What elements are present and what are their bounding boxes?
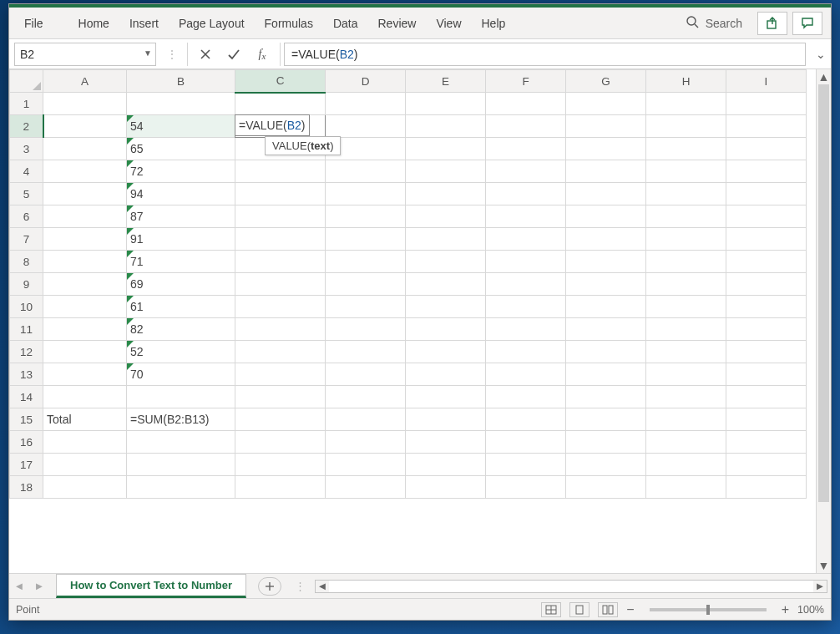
name-box-more[interactable]: ⋮ bbox=[161, 48, 184, 61]
cell[interactable] bbox=[646, 454, 726, 476]
cell[interactable] bbox=[566, 273, 646, 296]
cell[interactable] bbox=[43, 138, 127, 160]
cell[interactable] bbox=[726, 273, 807, 296]
cell[interactable] bbox=[406, 160, 486, 183]
cell[interactable] bbox=[235, 93, 326, 115]
cell[interactable] bbox=[566, 386, 646, 408]
cell[interactable] bbox=[646, 318, 726, 341]
cell[interactable] bbox=[326, 408, 406, 431]
cell[interactable] bbox=[43, 160, 127, 183]
row-header-1[interactable]: 1 bbox=[10, 93, 43, 115]
zoom-in-icon[interactable]: + bbox=[782, 602, 789, 617]
tab-prev-icon[interactable]: ◄ bbox=[9, 574, 29, 598]
cell[interactable] bbox=[406, 318, 486, 341]
cell[interactable] bbox=[566, 205, 646, 228]
col-header-E[interactable]: E bbox=[406, 70, 486, 93]
view-normal-icon[interactable] bbox=[541, 602, 561, 617]
cell[interactable] bbox=[566, 183, 646, 205]
cell[interactable] bbox=[406, 341, 486, 363]
cell[interactable] bbox=[326, 273, 406, 296]
file-tab[interactable]: File bbox=[9, 8, 58, 38]
cell[interactable] bbox=[646, 138, 726, 160]
cell[interactable] bbox=[235, 205, 326, 228]
cell[interactable] bbox=[726, 363, 807, 386]
col-header-G[interactable]: G bbox=[566, 70, 646, 93]
cell[interactable] bbox=[326, 431, 406, 454]
cell[interactable] bbox=[566, 408, 646, 431]
cell[interactable] bbox=[726, 386, 807, 408]
cell[interactable] bbox=[406, 476, 486, 499]
cell-B9[interactable]: 69 bbox=[127, 273, 235, 296]
cell[interactable] bbox=[43, 454, 127, 476]
cell[interactable] bbox=[235, 251, 326, 273]
cell[interactable] bbox=[235, 318, 326, 341]
cell[interactable] bbox=[326, 183, 406, 205]
cell-B12[interactable]: 52 bbox=[127, 341, 235, 363]
row-header-16[interactable]: 16 bbox=[10, 431, 43, 454]
tab-formulas[interactable]: Formulas bbox=[255, 13, 323, 33]
tab-page-layout[interactable]: Page Layout bbox=[169, 13, 255, 33]
scroll-down-icon[interactable]: ▼ bbox=[817, 558, 831, 573]
name-box[interactable]: B2 ▼ bbox=[14, 43, 156, 66]
cell[interactable] bbox=[43, 93, 127, 115]
col-header-F[interactable]: F bbox=[486, 70, 566, 93]
cell[interactable] bbox=[43, 228, 127, 251]
cell[interactable] bbox=[406, 273, 486, 296]
enter-button[interactable] bbox=[220, 43, 248, 66]
share-button[interactable] bbox=[757, 12, 787, 35]
cell[interactable] bbox=[486, 386, 566, 408]
col-header-H[interactable]: H bbox=[646, 70, 726, 93]
cell[interactable] bbox=[566, 363, 646, 386]
cell[interactable] bbox=[406, 454, 486, 476]
zoom-slider[interactable] bbox=[650, 608, 767, 611]
cell[interactable] bbox=[486, 93, 566, 115]
cell[interactable] bbox=[406, 183, 486, 205]
tab-home[interactable]: Home bbox=[68, 13, 119, 33]
cell[interactable] bbox=[486, 476, 566, 499]
cell[interactable] bbox=[646, 363, 726, 386]
cell-A15[interactable]: Total bbox=[43, 408, 127, 431]
cell[interactable] bbox=[326, 228, 406, 251]
cell[interactable] bbox=[235, 160, 326, 183]
cell[interactable] bbox=[326, 160, 406, 183]
cell[interactable] bbox=[326, 318, 406, 341]
cell[interactable] bbox=[566, 115, 646, 138]
cell[interactable] bbox=[43, 341, 127, 363]
cell[interactable] bbox=[43, 183, 127, 205]
horizontal-scrollbar[interactable]: ◄ ► bbox=[315, 580, 827, 593]
cell[interactable] bbox=[486, 183, 566, 205]
cell[interactable] bbox=[406, 138, 486, 160]
row-header-6[interactable]: 6 bbox=[10, 205, 43, 228]
row-header-17[interactable]: 17 bbox=[10, 454, 43, 476]
scroll-right-icon[interactable]: ► bbox=[813, 581, 827, 592]
cell[interactable] bbox=[486, 228, 566, 251]
cell[interactable] bbox=[726, 115, 807, 138]
view-page-break-icon[interactable] bbox=[598, 602, 618, 617]
cancel-button[interactable] bbox=[191, 43, 220, 66]
cell[interactable] bbox=[486, 251, 566, 273]
row-header-13[interactable]: 13 bbox=[10, 363, 43, 386]
cell-B15[interactable]: =SUM(B2:B13) bbox=[127, 408, 235, 431]
cell[interactable] bbox=[326, 93, 406, 115]
col-header-I[interactable]: I bbox=[726, 70, 807, 93]
cell[interactable] bbox=[406, 408, 486, 431]
tab-next-icon[interactable]: ► bbox=[29, 574, 49, 598]
cell[interactable] bbox=[646, 476, 726, 499]
cell[interactable] bbox=[646, 341, 726, 363]
tab-more[interactable]: ⋮ bbox=[290, 580, 311, 592]
formula-bar[interactable]: =VALUE(B2) bbox=[284, 43, 806, 66]
cell[interactable] bbox=[566, 251, 646, 273]
row-header-8[interactable]: 8 bbox=[10, 251, 43, 273]
row-header-7[interactable]: 7 bbox=[10, 228, 43, 251]
cell[interactable] bbox=[406, 115, 486, 138]
cell[interactable] bbox=[235, 454, 326, 476]
row-header-11[interactable]: 11 bbox=[10, 318, 43, 341]
row-header-4[interactable]: 4 bbox=[10, 160, 43, 183]
cell[interactable] bbox=[406, 205, 486, 228]
scroll-left-icon[interactable]: ◄ bbox=[316, 581, 329, 592]
zoom-handle[interactable] bbox=[706, 605, 710, 615]
expand-formula-bar[interactable]: ⌄ bbox=[811, 43, 831, 66]
cell-B11[interactable]: 82 bbox=[127, 318, 235, 341]
cell[interactable] bbox=[406, 251, 486, 273]
cell[interactable] bbox=[726, 183, 807, 205]
